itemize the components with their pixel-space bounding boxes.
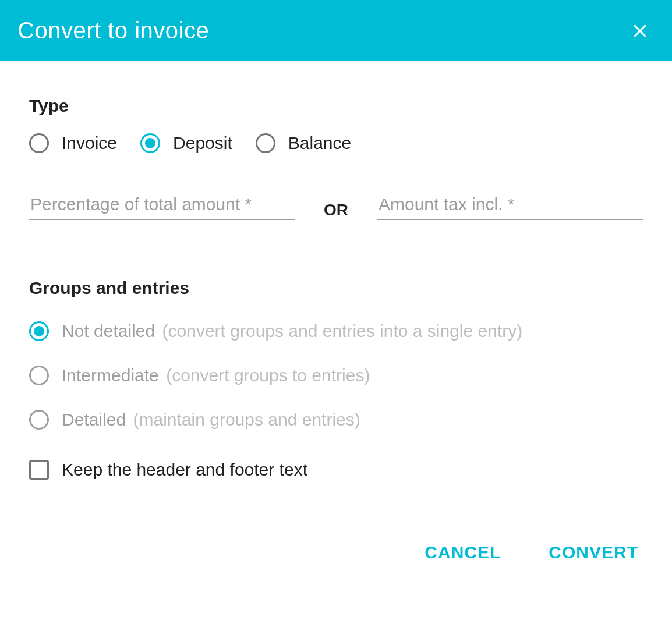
type-radio-group: Invoice Deposit Balance: [29, 133, 643, 153]
radio-label: Detailed: [62, 410, 126, 429]
groups-radio-detailed[interactable]: Detailed (maintain groups and entries): [29, 410, 643, 430]
checkbox-label: Keep the header and footer text: [62, 460, 307, 480]
type-radio-invoice[interactable]: Invoice: [29, 133, 117, 153]
percentage-input[interactable]: [29, 194, 295, 215]
or-separator: OR: [324, 201, 348, 219]
radio-inner-icon: [145, 138, 155, 148]
radio-icon: [29, 321, 49, 341]
type-radio-balance[interactable]: Balance: [256, 133, 351, 153]
dialog-actions: CANCEL CONVERT: [0, 538, 672, 576]
keep-header-footer-checkbox[interactable]: Keep the header and footer text: [29, 460, 643, 480]
checkbox-icon: [29, 460, 49, 480]
amount-input[interactable]: [377, 194, 643, 215]
groups-section-title: Groups and entries: [29, 278, 643, 298]
groups-radio-not-detailed[interactable]: Not detailed (convert groups and entries…: [29, 321, 643, 341]
dialog-header: Convert to invoice: [0, 0, 672, 61]
radio-label: Not detailed: [62, 321, 155, 341]
type-section-title: Type: [29, 96, 643, 116]
groups-section: Groups and entries Not detailed (convert…: [29, 278, 643, 480]
groups-radio-group: Not detailed (convert groups and entries…: [29, 321, 643, 430]
amount-input-wrap: [377, 194, 643, 220]
dialog-title: Convert to invoice: [17, 17, 209, 44]
radio-icon: [256, 133, 275, 153]
radio-hint: (maintain groups and entries): [133, 410, 360, 429]
close-button[interactable]: [631, 22, 649, 40]
radio-icon: [29, 133, 49, 153]
radio-hint: (convert groups to entries): [166, 366, 370, 385]
radio-hint: (convert groups and entries into a singl…: [162, 321, 523, 341]
close-icon: [631, 22, 649, 40]
radio-icon: [29, 410, 49, 430]
radio-icon: [140, 133, 160, 153]
type-radio-deposit[interactable]: Deposit: [140, 133, 232, 153]
convert-to-invoice-dialog: Convert to invoice Type Invoice Deposit: [0, 0, 672, 576]
cancel-button[interactable]: CANCEL: [422, 538, 503, 567]
convert-button[interactable]: CONVERT: [546, 538, 641, 567]
amount-inputs-row: OR: [29, 194, 643, 220]
radio-icon: [29, 366, 49, 385]
radio-label: Deposit: [173, 133, 232, 153]
percentage-input-wrap: [29, 194, 295, 220]
radio-label: Balance: [288, 133, 351, 153]
radio-label: Invoice: [62, 133, 117, 153]
radio-inner-icon: [34, 326, 44, 336]
groups-radio-intermediate[interactable]: Intermediate (convert groups to entries): [29, 366, 643, 385]
dialog-body: Type Invoice Deposit Balance OR: [0, 61, 672, 538]
radio-label: Intermediate: [62, 366, 159, 385]
